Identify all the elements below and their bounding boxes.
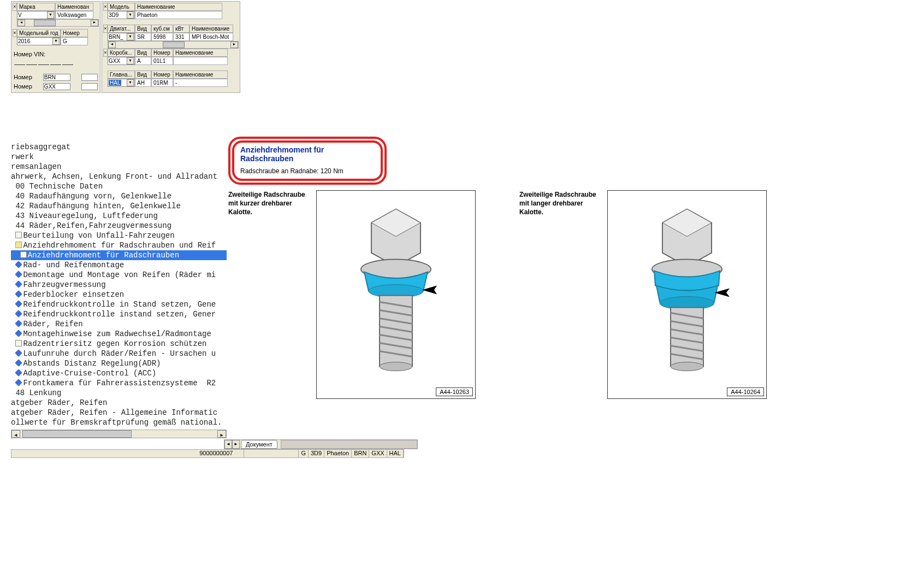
number2-aux[interactable] xyxy=(81,83,98,90)
tree-item[interactable]: Adaptive-Cruise-Control (ACC) xyxy=(11,368,227,378)
document-subtitle: Radschraube an Radnabe: 120 Nm xyxy=(240,167,375,175)
engine-name-label: Наименование xyxy=(189,25,233,33)
tree-item[interactable]: riebsaggregat xyxy=(11,142,227,152)
status-bar: 9000000007 G3D9PhaetonBRNGXXHAL xyxy=(11,449,404,458)
tree-item[interactable]: atgeber Räder, Reifen xyxy=(11,398,227,408)
year-number-value: G xyxy=(61,37,88,45)
tree-item[interactable]: ahrwerk, Achsen, Lenkung Front- und Allr… xyxy=(11,172,227,181)
vin-label: Номер VIN: xyxy=(14,51,45,57)
tree-item[interactable]: 42 Radaufhängung hinten, Gelenkwelle xyxy=(11,201,227,211)
close-icon[interactable]: × xyxy=(103,25,108,33)
status-item: BRN xyxy=(352,450,369,457)
chevron-down-icon[interactable]: ▼ xyxy=(52,38,60,45)
book-icon xyxy=(15,330,23,337)
number1-aux[interactable] xyxy=(81,74,98,81)
tree-item[interactable]: Beurteilung von Unfall-Fahrzeugen xyxy=(11,231,227,240)
scrollbar-h[interactable]: ◄► xyxy=(108,41,239,49)
tree-item[interactable]: Fahrzeugvermessung xyxy=(11,280,227,290)
model-label: Модель xyxy=(108,3,135,11)
tree-item[interactable]: remsanlagen xyxy=(11,162,227,172)
gearbox-combo[interactable]: GXX▼ xyxy=(108,57,135,65)
status-item: 3D9 xyxy=(309,450,324,457)
close-icon[interactable]: × xyxy=(13,3,17,11)
tree-item[interactable]: 44 Räder,Reifen,Fahrzeugvermessung xyxy=(11,221,227,231)
tree-item[interactable]: Radzentriersitz gegen Korrosion schützen xyxy=(11,339,227,349)
tree-item[interactable]: Abstands Distanz Regelung(ADR) xyxy=(11,359,227,368)
book-icon xyxy=(15,271,23,278)
tree-item[interactable]: Anziehdrehmoment für Radschrauben und Re… xyxy=(11,240,227,250)
tab-scroll-track[interactable] xyxy=(281,440,417,449)
diagram-2: Zweiteilige Radschraube mit langer drehb… xyxy=(519,190,767,399)
engine-cc-label: куб.см xyxy=(151,25,173,33)
tree-scrollbar-h[interactable]: ◄► xyxy=(11,430,227,438)
tree-item[interactable]: Anziehdrehmoment für Radschrauben xyxy=(11,250,227,260)
model-combo[interactable]: 3D9▼ xyxy=(108,11,135,19)
tree-item[interactable]: Demontage und Montage von Reifen (Räder … xyxy=(11,270,227,280)
book-icon xyxy=(15,310,23,318)
vin-input[interactable] xyxy=(13,58,99,68)
tree-item[interactable]: 48 Lenkung xyxy=(11,388,227,398)
status-item: Phaeton xyxy=(324,450,352,457)
tree-item[interactable]: Laufunruhe durch Räder/Reifen - Ursachen… xyxy=(11,349,227,359)
tab-prev-icon[interactable]: ◄ xyxy=(224,440,232,449)
close-icon[interactable]: × xyxy=(13,29,17,37)
tab-bar: ◄ ► Документ xyxy=(224,439,418,449)
number1-label: Номер xyxy=(14,74,32,81)
engine-combo[interactable]: BRN_▼ xyxy=(108,33,135,41)
tree-item[interactable]: 00 Technische Daten xyxy=(11,181,227,191)
tree-item[interactable]: 40 Radaufhängung vorn, Gelenkwelle xyxy=(11,191,227,201)
tree-item[interactable]: atgeber Räder, Reifen - Allgemeine Infor… xyxy=(11,408,227,418)
filter-panel: × Марка Наименован V▼ Volkswagen ◄► × Мо… xyxy=(11,1,240,93)
folder-icon xyxy=(15,242,22,248)
chevron-down-icon[interactable]: ▼ xyxy=(47,11,54,19)
tree-item[interactable]: Reifendruckkontrolle instand setzen, Gen… xyxy=(11,309,227,319)
content-panel: Anziehdrehmoment für Radschrauben Radsch… xyxy=(228,137,758,399)
book-icon xyxy=(15,290,23,298)
wheel-bolt-short-icon xyxy=(341,204,451,379)
document-title: Anziehdrehmoment für Radschrauben xyxy=(240,145,375,163)
status-code: 9000000007 xyxy=(11,450,244,457)
filter-group-right: × Модель Наименование 3D9▼ Phaeton × Дви… xyxy=(102,1,240,93)
svg-point-12 xyxy=(380,362,412,371)
filter-group-left: × Марка Наименован V▼ Volkswagen ◄► × Мо… xyxy=(11,1,100,93)
chevron-down-icon[interactable]: ▼ xyxy=(127,33,134,40)
main-combo[interactable]: HAL▼ xyxy=(108,79,135,87)
engine-kw-label: кВт xyxy=(173,25,189,33)
tab-document[interactable]: Документ xyxy=(241,440,277,449)
tree-item[interactable]: Federblocker einsetzen xyxy=(11,290,227,299)
number2-combo[interactable]: GXX xyxy=(43,83,70,90)
year-combo[interactable]: 2016▼ xyxy=(17,37,61,45)
tree-item[interactable]: Frontkamera für Fahrerassistenzsysteme R… xyxy=(11,378,227,388)
model-name-label: Наименование xyxy=(135,3,222,11)
wheel-bolt-long-icon xyxy=(632,204,742,379)
number2-label: Номер xyxy=(14,83,32,90)
brand-combo[interactable]: V▼ xyxy=(17,11,55,19)
close-icon[interactable]: × xyxy=(103,49,108,57)
diagram-2-caption: Zweiteilige Radschraube mit langer drehb… xyxy=(519,190,604,399)
book-icon xyxy=(15,349,23,357)
book-icon xyxy=(15,300,23,308)
book-icon xyxy=(15,359,23,367)
tree-item[interactable]: rwerk xyxy=(11,152,227,162)
tree-item[interactable]: Räder, Reifen xyxy=(11,319,227,329)
diagram-2-id: A44-10264 xyxy=(727,387,764,396)
chevron-down-icon[interactable]: ▼ xyxy=(127,57,134,64)
scrollbar-h[interactable]: ◄► xyxy=(17,19,99,27)
tree-item[interactable]: Rad- und Reifenmontage xyxy=(11,260,227,270)
status-item: GXX xyxy=(369,450,387,457)
tab-next-icon[interactable]: ► xyxy=(232,440,240,449)
chevron-down-icon[interactable]: ▼ xyxy=(127,79,134,86)
svg-point-25 xyxy=(671,362,703,371)
status-item: HAL xyxy=(387,450,404,457)
book-icon xyxy=(15,261,23,268)
number1-combo[interactable]: BRN xyxy=(43,74,70,81)
tree-item[interactable]: 43 Niveauregelung, Luftfederung xyxy=(11,211,227,221)
chevron-down-icon[interactable]: ▼ xyxy=(127,11,134,19)
tree-item[interactable]: Montagehinweise zum Radwechsel/Radmontag… xyxy=(11,329,227,339)
document-icon xyxy=(15,340,22,346)
book-icon xyxy=(15,320,23,327)
tree-item[interactable]: Reifendruckkontrolle in Stand setzen, Ge… xyxy=(11,299,227,309)
close-icon[interactable]: × xyxy=(103,3,108,11)
brand-name-label: Наименован xyxy=(55,3,93,11)
tree-item[interactable]: ollwerte für Bremskraftprüfung gemäß nat… xyxy=(11,418,227,427)
